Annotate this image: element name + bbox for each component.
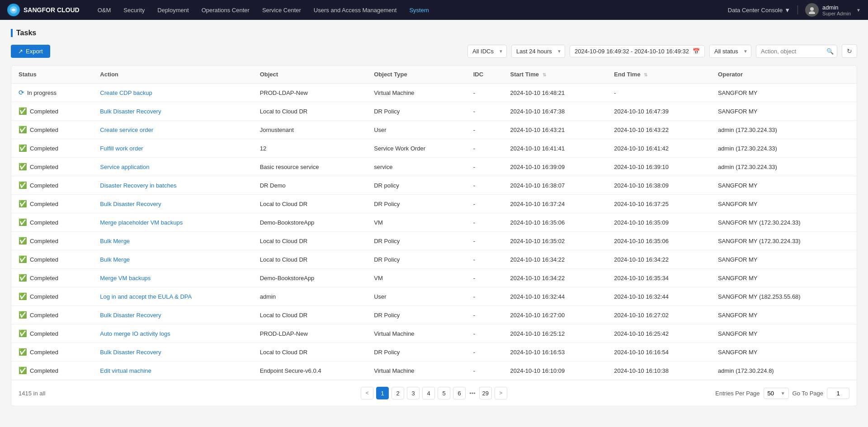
- idc-select[interactable]: All IDCs: [467, 45, 507, 58]
- next-page-button[interactable]: >: [495, 387, 507, 399]
- action-link-3[interactable]: Fulfill work order: [100, 145, 143, 152]
- date-range-display[interactable]: 2024-10-09 16:49:32 - 2024-10-10 16:49:3…: [570, 45, 705, 57]
- cell-object-type-12: DR Policy: [367, 306, 466, 324]
- page-5-button[interactable]: 5: [438, 387, 450, 399]
- action-link-5[interactable]: Disaster Recovery in batches: [100, 182, 176, 189]
- page-4-button[interactable]: 4: [422, 387, 435, 399]
- col-header-status: Status: [11, 66, 93, 84]
- action-link-0[interactable]: Create CDP backup: [100, 89, 152, 96]
- status-completed-icon: ✅: [19, 144, 27, 152]
- action-link-1[interactable]: Bulk Disaster Recovery: [100, 108, 161, 115]
- cell-operator-13: SANGFOR MY: [711, 324, 857, 343]
- nav-item-users[interactable]: Users and Access Management: [314, 5, 397, 15]
- nav-item-deployment[interactable]: Deployment: [157, 5, 189, 15]
- col-object-label: Object: [260, 71, 278, 78]
- pagination-right-controls: Entries Per Page 50 100 200 Go To Page: [715, 388, 849, 399]
- per-page-select[interactable]: 50 100 200: [764, 388, 789, 399]
- nav-item-security[interactable]: Security: [123, 5, 145, 15]
- cell-end-time-9: 2024-10-10 16:34:22: [607, 250, 711, 269]
- cell-object-11: admin: [253, 287, 367, 306]
- nav-item-service[interactable]: Service Center: [262, 5, 301, 15]
- cell-action-13: Auto merge IO activity logs: [93, 324, 252, 343]
- col-header-start-time[interactable]: Start Time ⇅: [503, 66, 607, 84]
- cell-operator-14: SANGFOR MY: [711, 343, 857, 361]
- action-link-11[interactable]: Log in and accept the EULA & DPA: [100, 293, 192, 300]
- search-input[interactable]: [756, 45, 837, 58]
- cell-action-10: Merge VM backups: [93, 269, 252, 287]
- cell-start-time-2: 2024-10-10 16:43:21: [503, 121, 607, 139]
- console-label[interactable]: Data Center Console ▼: [728, 7, 790, 14]
- end-sort-icon: ⇅: [644, 72, 647, 77]
- cell-end-time-8: 2024-10-10 16:35:06: [607, 232, 711, 250]
- cell-object-type-7: VM: [367, 213, 466, 232]
- table-row: ✅ Completed Bulk Disaster Recovery Local…: [11, 195, 857, 213]
- page-1-button[interactable]: 1: [376, 387, 389, 399]
- cell-end-time-1: 2024-10-10 16:47:39: [607, 102, 711, 121]
- action-link-6[interactable]: Bulk Disaster Recovery: [100, 201, 161, 207]
- page-3-button[interactable]: 3: [407, 387, 420, 399]
- page-6-button[interactable]: 6: [453, 387, 466, 399]
- action-link-2[interactable]: Create service order: [100, 127, 153, 133]
- goto-page-label: Go To Page: [793, 390, 823, 397]
- cell-action-5: Disaster Recovery in batches: [93, 176, 252, 195]
- action-link-9[interactable]: Bulk Merge: [100, 256, 130, 263]
- action-link-8[interactable]: Bulk Merge: [100, 238, 130, 244]
- nav-item-system[interactable]: System: [409, 5, 429, 15]
- cell-status-14: ✅ Completed: [11, 343, 93, 361]
- cell-action-15: Edit virtual machine: [93, 361, 252, 380]
- cell-object-4: Basic resource service: [253, 158, 367, 176]
- status-select[interactable]: All status: [709, 45, 751, 58]
- export-button[interactable]: ↗ Export: [11, 45, 50, 58]
- cell-object-15: Endpoint Secure-v6.0.4: [253, 361, 367, 380]
- page-2-button[interactable]: 2: [392, 387, 404, 399]
- nav-item-operations[interactable]: Operations Center: [202, 5, 250, 15]
- action-link-12[interactable]: Bulk Disaster Recovery: [100, 312, 161, 319]
- nav-item-om[interactable]: O&M: [98, 5, 111, 15]
- cell-end-time-5: 2024-10-10 16:38:09: [607, 176, 711, 195]
- status-text-15: Completed: [30, 367, 58, 374]
- user-name: admin: [822, 4, 851, 11]
- cell-object-14: Local to Cloud DR: [253, 343, 367, 361]
- action-link-13[interactable]: Auto merge IO activity logs: [100, 330, 170, 337]
- cell-object-type-9: DR Policy: [367, 250, 466, 269]
- cell-end-time-3: 2024-10-10 16:41:42: [607, 139, 711, 158]
- action-link-15[interactable]: Edit virtual machine: [100, 367, 151, 374]
- col-header-object-type: Object Type: [367, 66, 466, 84]
- prev-page-button[interactable]: <: [361, 387, 373, 399]
- cell-action-9: Bulk Merge: [93, 250, 252, 269]
- action-link-7[interactable]: Merge placeholder VM backups: [100, 219, 183, 226]
- user-role: Super Admin: [822, 11, 851, 16]
- goto-page-input[interactable]: [827, 388, 849, 399]
- pagination: 1415 in all < 1 2 3 4 5 6 ••• 29 > Entri…: [11, 380, 857, 406]
- logo[interactable]: SANGFOR CLOUD: [7, 4, 80, 16]
- time-range-select[interactable]: Last 24 hours: [511, 45, 565, 58]
- cell-operator-8: SANGFOR MY (172.30.224.33): [711, 232, 857, 250]
- action-link-14[interactable]: Bulk Disaster Recovery: [100, 349, 161, 356]
- page-last-button[interactable]: 29: [479, 387, 492, 399]
- console-chevron-icon: ▼: [784, 7, 790, 14]
- cell-object-12: Local to Cloud DR: [253, 306, 367, 324]
- export-label: Export: [26, 48, 43, 55]
- cell-start-time-11: 2024-10-10 16:32:44: [503, 287, 607, 306]
- action-link-10[interactable]: Merge VM backups: [100, 275, 151, 282]
- cell-end-time-10: 2024-10-10 16:35:34: [607, 269, 711, 287]
- cell-action-2: Create service order: [93, 121, 252, 139]
- cell-end-time-13: 2024-10-10 16:25:42: [607, 324, 711, 343]
- cell-operator-10: SANGFOR MY: [711, 269, 857, 287]
- col-header-object: Object: [253, 66, 367, 84]
- cell-object-type-14: DR Policy: [367, 343, 466, 361]
- user-info[interactable]: admin Super Admin ▼: [805, 3, 861, 17]
- user-text: admin Super Admin: [822, 4, 851, 16]
- avatar: [805, 3, 819, 17]
- status-text-8: Completed: [30, 238, 58, 244]
- cell-object-type-15: Virtual Machine: [367, 361, 466, 380]
- cell-idc-10: -: [466, 269, 503, 287]
- cell-status-3: ✅ Completed: [11, 139, 93, 158]
- refresh-button[interactable]: ↻: [842, 44, 857, 58]
- filters-area: All IDCs Last 24 hours 2024-10-09 16:49:…: [467, 44, 857, 58]
- col-header-end-time[interactable]: End Time ⇅: [607, 66, 711, 84]
- cell-object-type-3: Service Work Order: [367, 139, 466, 158]
- table-row: ⟳ In progress Create CDP backup PROD-LDA…: [11, 84, 857, 102]
- user-chevron-icon: ▼: [856, 8, 861, 13]
- action-link-4[interactable]: Service application: [100, 164, 149, 170]
